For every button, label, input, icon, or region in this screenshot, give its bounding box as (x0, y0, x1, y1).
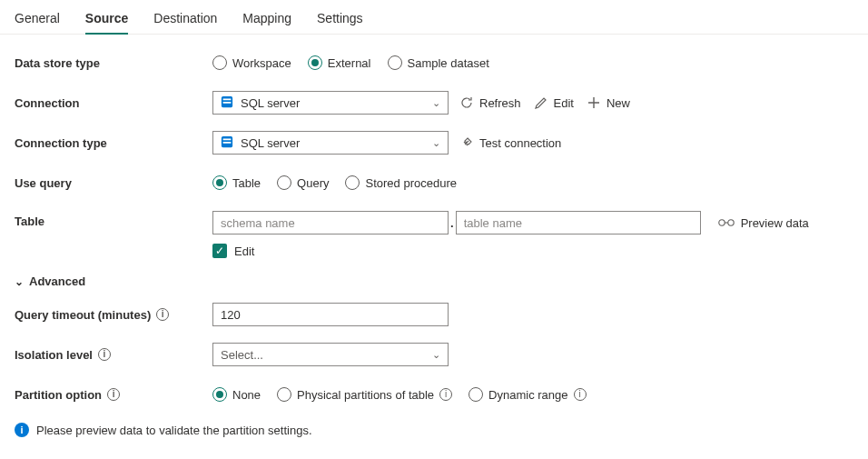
edit-checkbox-label: Edit (234, 244, 254, 258)
radio-partition-none[interactable]: None (212, 387, 261, 402)
tab-destination[interactable]: Destination (153, 7, 217, 34)
radio-label: Stored procedure (365, 176, 456, 190)
partition-info-banner: i Please preview data to validate the pa… (15, 423, 853, 437)
radio-label: Table (232, 176, 261, 190)
radio-label: Workspace (232, 56, 291, 70)
label-connection-type: Connection type (15, 136, 212, 150)
info-icon: i (15, 423, 29, 437)
radio-partition-dynamic[interactable]: Dynamic range i (469, 387, 586, 402)
connection-select[interactable]: SQL server ⌄ (212, 91, 449, 115)
advanced-label: Advanced (29, 274, 85, 288)
label-connection: Connection (15, 96, 212, 110)
advanced-toggle[interactable]: ⌄ Advanced (15, 274, 853, 288)
banner-text: Please preview data to validate the part… (36, 424, 312, 437)
partition-option-text: Partition option (15, 388, 102, 402)
refresh-label: Refresh (479, 96, 521, 110)
svg-rect-5 (223, 142, 232, 144)
tab-mapping[interactable]: Mapping (242, 7, 291, 34)
query-timeout-text: Query timeout (minutes) (15, 308, 151, 322)
chevron-down-icon: ⌄ (15, 275, 24, 288)
label-isolation-level: Isolation level i (15, 348, 212, 362)
edit-label: Edit (554, 96, 574, 110)
connection-value: SQL server (241, 96, 300, 110)
info-icon[interactable]: i (574, 388, 587, 401)
connection-type-value: SQL server (241, 136, 300, 150)
chevron-down-icon: ⌄ (432, 349, 440, 361)
radio-external[interactable]: External (308, 55, 371, 70)
isolation-placeholder: Select... (221, 348, 263, 362)
source-form: Data store type Workspace External Sampl… (0, 35, 868, 459)
radio-icon (345, 175, 360, 190)
query-timeout-input[interactable] (212, 303, 449, 326)
sql-server-icon (221, 135, 233, 151)
radio-label: Query (297, 176, 329, 190)
radio-query[interactable]: Query (277, 175, 329, 190)
radio-label: Sample dataset (408, 56, 489, 70)
new-label: New (607, 96, 630, 110)
info-icon[interactable]: i (107, 388, 120, 401)
refresh-icon (459, 95, 474, 110)
preview-data-label: Preview data (741, 216, 809, 230)
isolation-level-text: Isolation level (15, 348, 93, 362)
radio-label: External (328, 56, 371, 70)
svg-rect-4 (223, 138, 232, 140)
radio-icon (212, 387, 227, 402)
new-connection-button[interactable]: New (585, 95, 632, 110)
label-partition-option: Partition option i (15, 388, 212, 402)
partition-option-group: None Physical partitions of table i Dyna… (212, 387, 587, 402)
schema-name-input[interactable] (212, 211, 449, 234)
chevron-down-icon: ⌄ (432, 137, 440, 149)
svg-point-6 (718, 219, 724, 225)
data-store-type-group: Workspace External Sample dataset (212, 55, 489, 70)
label-query-timeout: Query timeout (minutes) i (15, 308, 212, 322)
radio-sample-dataset[interactable]: Sample dataset (388, 55, 489, 70)
isolation-level-select[interactable]: Select... ⌄ (212, 343, 449, 366)
chevron-down-icon: ⌄ (432, 97, 440, 109)
refresh-button[interactable]: Refresh (458, 95, 523, 110)
radio-stored-procedure[interactable]: Stored procedure (345, 175, 456, 190)
tab-bar: General Source Destination Mapping Setti… (0, 0, 868, 35)
svg-rect-1 (223, 98, 232, 100)
radio-icon (212, 175, 227, 190)
plus-icon (587, 95, 601, 110)
table-name-input[interactable] (456, 211, 701, 234)
svg-rect-2 (223, 102, 232, 104)
tab-source[interactable]: Source (85, 7, 128, 35)
info-icon[interactable]: i (156, 308, 169, 321)
edit-checkbox[interactable]: ✓ (212, 244, 227, 258)
use-query-group: Table Query Stored procedure (212, 175, 457, 190)
radio-icon (308, 55, 322, 70)
table-separator: . (450, 216, 454, 230)
sql-server-icon (221, 95, 233, 111)
preview-data-button[interactable]: Preview data (717, 216, 809, 230)
radio-table[interactable]: Table (212, 175, 261, 190)
plug-icon (459, 135, 474, 150)
radio-icon (469, 387, 483, 402)
connection-type-select[interactable]: SQL server ⌄ (212, 131, 449, 155)
info-icon[interactable]: i (98, 348, 111, 361)
info-icon[interactable]: i (439, 388, 452, 401)
glasses-icon (717, 216, 735, 230)
test-connection-label: Test connection (479, 136, 561, 150)
radio-icon (277, 387, 291, 402)
label-data-store-type: Data store type (15, 56, 212, 70)
radio-label: Dynamic range (488, 388, 567, 402)
radio-icon (277, 175, 291, 190)
test-connection-button[interactable]: Test connection (458, 135, 563, 150)
radio-label: None (232, 388, 261, 402)
label-use-query: Use query (15, 176, 212, 190)
radio-label: Physical partitions of table (297, 388, 434, 402)
svg-point-7 (727, 219, 733, 225)
radio-workspace[interactable]: Workspace (212, 55, 291, 70)
tab-general[interactable]: General (15, 7, 60, 34)
radio-icon (388, 55, 402, 70)
label-table: Table (15, 211, 212, 228)
tab-settings[interactable]: Settings (317, 7, 363, 34)
edit-connection-button[interactable]: Edit (532, 95, 576, 110)
pencil-icon (534, 95, 548, 110)
radio-icon (212, 55, 227, 70)
radio-partition-physical[interactable]: Physical partitions of table i (277, 387, 452, 402)
